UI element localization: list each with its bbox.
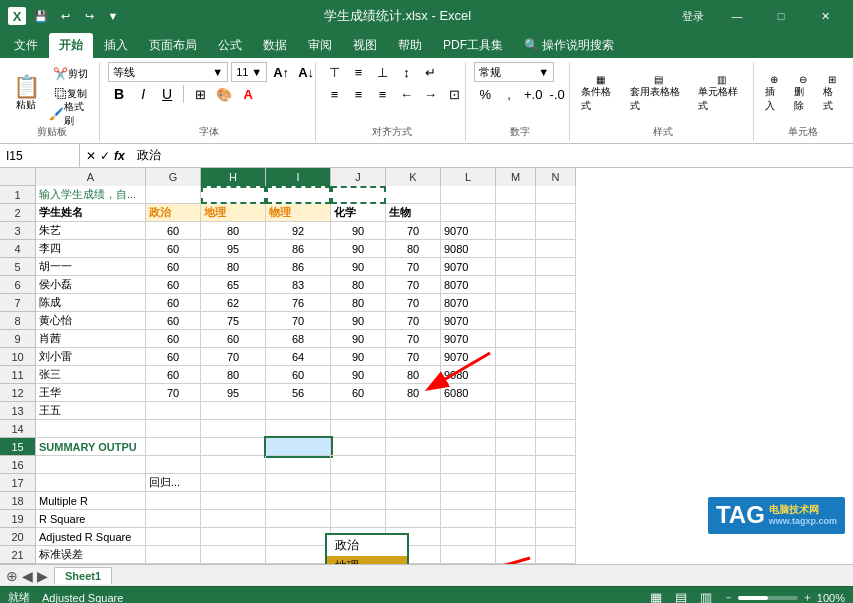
align-middle-button[interactable]: ≡ (348, 62, 370, 82)
cell-k10[interactable]: 70 (386, 348, 441, 366)
cell-m4[interactable] (496, 240, 536, 258)
cell-k5[interactable]: 70 (386, 258, 441, 276)
decrease-decimal-button[interactable]: -.0 (546, 84, 568, 104)
cell-j11[interactable]: 90 (331, 366, 386, 384)
cell-m14[interactable] (496, 420, 536, 438)
cell-n10[interactable] (536, 348, 576, 366)
table-format-button[interactable]: ▤ 套用表格格式 (627, 85, 691, 103)
cell-style-button[interactable]: ▥ 单元格样式 (695, 85, 749, 103)
increase-decimal-button[interactable]: +.0 (522, 84, 544, 104)
cell-reference[interactable]: I15 (0, 144, 80, 167)
tab-view[interactable]: 视图 (343, 33, 387, 58)
align-bottom-button[interactable]: ⊥ (372, 62, 394, 82)
number-format-selector[interactable]: 常规 ▼ (474, 62, 554, 82)
cell-a2[interactable]: 学生姓名 (36, 204, 146, 222)
border-button[interactable]: ⊞ (189, 84, 211, 104)
cell-i11[interactable]: 60 (266, 366, 331, 384)
merge-center-button[interactable]: ⊡ (444, 84, 466, 104)
cell-m18[interactable] (496, 492, 536, 510)
cell-n5[interactable] (536, 258, 576, 276)
grow-font-button[interactable]: A↑ (270, 62, 292, 82)
cell-m20[interactable] (496, 528, 536, 546)
cell-n12[interactable] (536, 384, 576, 402)
cell-l7[interactable]: 8070 (441, 294, 496, 312)
cell-k12[interactable]: 80 (386, 384, 441, 402)
shrink-font-button[interactable]: A↓ (295, 62, 317, 82)
cell-j9[interactable]: 90 (331, 330, 386, 348)
col-header-i[interactable]: I (266, 168, 331, 186)
cell-k2[interactable]: 生物 (386, 204, 441, 222)
cell-l12[interactable]: 6080 (441, 384, 496, 402)
cell-n7[interactable] (536, 294, 576, 312)
cell-i19[interactable] (266, 510, 331, 528)
cell-m10[interactable] (496, 348, 536, 366)
cell-h5[interactable]: 80 (201, 258, 266, 276)
cell-a17[interactable] (36, 474, 146, 492)
cell-k14[interactable] (386, 420, 441, 438)
cell-i3[interactable]: 92 (266, 222, 331, 240)
increase-indent-button[interactable]: → (420, 84, 442, 104)
cell-h1[interactable] (201, 186, 266, 204)
cell-a3[interactable]: 朱艺 (36, 222, 146, 240)
cell-h2[interactable]: 地理 (201, 204, 266, 222)
cell-j12[interactable]: 60 (331, 384, 386, 402)
align-left-button[interactable]: ≡ (324, 84, 346, 104)
cell-h8[interactable]: 75 (201, 312, 266, 330)
cell-g16[interactable] (146, 456, 201, 474)
cell-k16[interactable] (386, 456, 441, 474)
nav-right-button[interactable]: ▶ (37, 568, 48, 584)
cell-i9[interactable]: 68 (266, 330, 331, 348)
page-break-view-button[interactable]: ▥ (695, 588, 717, 604)
cell-i20[interactable] (266, 528, 331, 546)
redo-icon[interactable]: ↪ (80, 7, 98, 25)
wrap-text-button[interactable]: ↵ (420, 62, 442, 82)
close-button[interactable]: ✕ (805, 2, 845, 30)
undo-icon[interactable]: ↩ (56, 7, 74, 25)
cell-i16[interactable] (266, 456, 331, 474)
confirm-formula-icon[interactable]: ✓ (100, 149, 110, 163)
cell-m12[interactable] (496, 384, 536, 402)
cell-a19[interactable]: R Square (36, 510, 146, 528)
cell-l17[interactable] (441, 474, 496, 492)
customize-qa-icon[interactable]: ▼ (104, 7, 122, 25)
underline-button[interactable]: U (156, 84, 178, 104)
cell-k15[interactable] (386, 438, 441, 456)
font-color-button[interactable]: A (237, 84, 259, 104)
cell-k11[interactable]: 80 (386, 366, 441, 384)
cell-l18[interactable] (441, 492, 496, 510)
autocomplete-dropdown[interactable]: 政治 地理 物理 化学 生物 (325, 533, 409, 564)
cell-h9[interactable]: 60 (201, 330, 266, 348)
cell-l6[interactable]: 8070 (441, 276, 496, 294)
cell-m16[interactable] (496, 456, 536, 474)
insert-cells-button[interactable]: ⊕ 插入 (762, 85, 787, 103)
cell-i2[interactable]: 物理 (266, 204, 331, 222)
cell-l11[interactable]: 9080 (441, 366, 496, 384)
cell-a13[interactable]: 王五 (36, 402, 146, 420)
cell-h6[interactable]: 65 (201, 276, 266, 294)
paste-button[interactable]: 📋 粘贴 (8, 73, 44, 115)
dropdown-item-dili[interactable]: 地理 (327, 556, 407, 564)
cell-k4[interactable]: 80 (386, 240, 441, 258)
delete-cells-button[interactable]: ⊖ 删除 (791, 85, 816, 103)
cell-a11[interactable]: 张三 (36, 366, 146, 384)
cell-k19[interactable] (386, 510, 441, 528)
cell-k9[interactable]: 70 (386, 330, 441, 348)
cell-l15[interactable] (441, 438, 496, 456)
save-icon[interactable]: 💾 (32, 7, 50, 25)
cell-n17[interactable] (536, 474, 576, 492)
decrease-indent-button[interactable]: ← (396, 84, 418, 104)
cell-g8[interactable]: 60 (146, 312, 201, 330)
login-button[interactable]: 登录 (673, 2, 713, 30)
cell-g9[interactable]: 60 (146, 330, 201, 348)
cell-j8[interactable]: 90 (331, 312, 386, 330)
zoom-slider[interactable] (738, 596, 798, 600)
cell-a16[interactable] (36, 456, 146, 474)
align-right-button[interactable]: ≡ (372, 84, 394, 104)
cell-j3[interactable]: 90 (331, 222, 386, 240)
zoom-in-button[interactable]: ＋ (802, 590, 813, 603)
insert-function-icon[interactable]: fx (114, 149, 125, 163)
cell-h10[interactable]: 70 (201, 348, 266, 366)
cell-g4[interactable]: 60 (146, 240, 201, 258)
cell-h7[interactable]: 62 (201, 294, 266, 312)
cell-a4[interactable]: 李四 (36, 240, 146, 258)
